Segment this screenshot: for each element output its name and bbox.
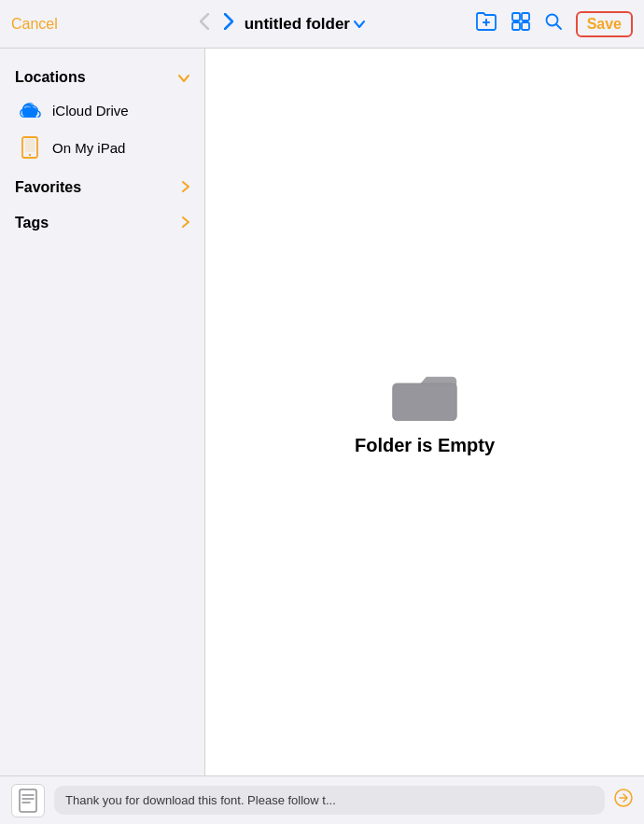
folder-title-text: untitled folder (245, 15, 350, 34)
svg-rect-2 (512, 22, 520, 30)
favorites-section: Favorites (0, 174, 204, 202)
notification-icon (11, 784, 45, 817)
folder-title[interactable]: untitled folder (245, 15, 365, 34)
favorites-chevron-icon (182, 180, 189, 195)
empty-folder-text: Folder is Empty (355, 435, 495, 456)
svg-rect-0 (512, 13, 520, 21)
favorites-header[interactable]: Favorites (0, 174, 204, 202)
forward-button[interactable] (220, 13, 237, 35)
empty-folder-container: Folder is Empty (205, 49, 644, 775)
locations-label: Locations (15, 69, 86, 86)
ipad-icon (19, 136, 41, 159)
sidebar-item-icloud-drive[interactable]: iCloud Drive (0, 91, 204, 129)
locations-header[interactable]: Locations (0, 63, 204, 91)
svg-rect-9 (25, 139, 35, 152)
icloud-icon (19, 99, 41, 121)
grid-view-button[interactable] (511, 11, 531, 36)
header-left: Cancel (11, 16, 86, 33)
locations-chevron-icon (178, 70, 189, 85)
notification-text: Thank you for download this font. Please… (54, 786, 605, 815)
notification-action-icon[interactable] (614, 789, 633, 812)
tags-header[interactable]: Tags (0, 209, 204, 237)
svg-rect-1 (522, 13, 529, 21)
on-my-ipad-label: On My iPad (52, 140, 125, 156)
bottom-bar: Thank you for download this font. Please… (0, 775, 644, 824)
icloud-drive-label: iCloud Drive (52, 103, 129, 119)
svg-rect-11 (393, 384, 456, 421)
search-button[interactable] (544, 12, 563, 35)
header-right: Save (475, 11, 633, 37)
tags-label: Tags (15, 215, 49, 231)
content-area: Folder is Empty (205, 49, 644, 775)
cancel-button[interactable]: Cancel (11, 16, 58, 33)
tags-chevron-icon (182, 216, 189, 230)
app-container: Cancel untitled folder (0, 0, 644, 824)
sidebar: Locations (0, 49, 205, 775)
locations-section: Locations (0, 63, 204, 166)
new-folder-button[interactable] (475, 11, 497, 36)
svg-rect-13 (20, 789, 36, 812)
favorites-label: Favorites (15, 179, 81, 196)
svg-point-8 (29, 154, 31, 156)
empty-folder-icon (391, 368, 458, 424)
save-button[interactable]: Save (576, 11, 633, 37)
svg-rect-3 (522, 22, 529, 30)
sidebar-item-on-my-ipad[interactable]: On My iPad (0, 129, 204, 166)
tags-section: Tags (0, 209, 204, 237)
svg-point-6 (25, 103, 34, 110)
header-bar: Cancel untitled folder (0, 0, 644, 49)
header-center: untitled folder (93, 13, 468, 35)
chevron-down-icon (354, 18, 365, 31)
back-button[interactable] (196, 13, 213, 35)
main-content: Locations (0, 49, 644, 775)
